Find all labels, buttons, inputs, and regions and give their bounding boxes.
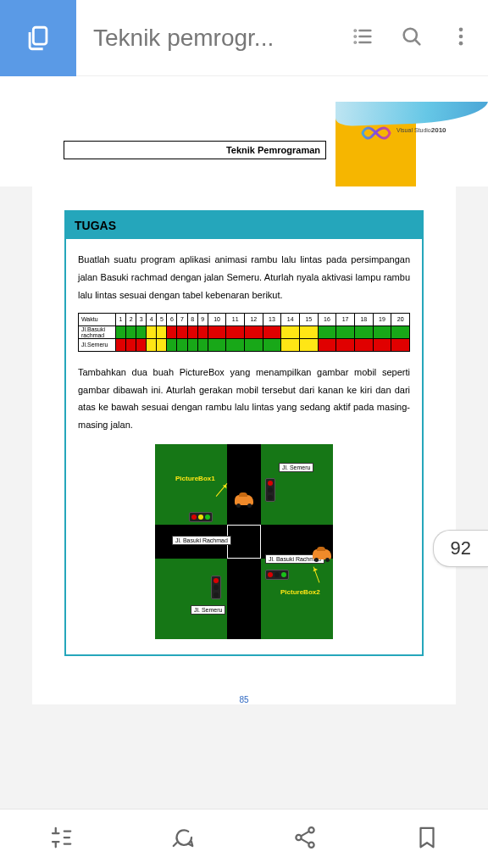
task-box: TUGAS Buatlah suatu program aplikasi ani… <box>64 210 424 656</box>
label-street-left: Jl. Basuki Rachmad <box>172 536 231 545</box>
content-area[interactable]: Visual Studio2010 Teknik Pemrograman TUG… <box>0 76 488 809</box>
bookmark-icon[interactable] <box>414 825 440 854</box>
appbar-actions <box>351 25 488 52</box>
svg-line-15 <box>301 831 309 836</box>
documents-icon <box>24 24 53 53</box>
svg-point-10 <box>459 34 463 38</box>
vs-label: Visual Studio2010 <box>396 127 446 134</box>
svg-point-11 <box>459 41 463 45</box>
app-bar: Teknik pemrogr... <box>0 0 488 76</box>
svg-point-5 <box>355 36 356 36</box>
task-heading: TUGAS <box>66 212 422 239</box>
svg-point-13 <box>296 834 301 839</box>
svg-line-8 <box>415 39 420 44</box>
svg-point-14 <box>308 842 313 847</box>
label-street-top: Jl. Semeru <box>279 463 313 472</box>
more-icon[interactable] <box>449 25 473 52</box>
menu-button[interactable] <box>0 0 76 76</box>
task-paragraph-2: Tambahkan dua buah PictureBox yang menam… <box>78 364 410 435</box>
label-street-bottom: Jl. Semeru <box>191 605 225 615</box>
share-icon[interactable] <box>292 825 318 854</box>
comment-icon[interactable] <box>170 825 196 854</box>
task-paragraph-1: Buatlah suatu program aplikasi animasi r… <box>78 251 410 304</box>
label-picturebox2: PictureBox2 <box>280 588 320 596</box>
app-title: Teknik pemrogr... <box>76 25 351 52</box>
svg-rect-0 <box>33 27 47 44</box>
search-icon[interactable] <box>400 25 424 52</box>
vs-logo: Visual Studio2010 <box>336 102 488 161</box>
page-indicator[interactable]: 92 <box>433 530 488 567</box>
document-header-band: Visual Studio2010 Teknik Pemrograman <box>0 102 488 186</box>
svg-point-9 <box>459 27 463 31</box>
bottom-bar <box>0 809 488 868</box>
document-page: TUGAS Buatlah suatu program aplikasi ani… <box>32 186 456 704</box>
intersection-diagram: Jl. Semeru Jl. Basuki Rachmad Jl. Basuki… <box>155 444 333 639</box>
header-title-box: Teknik Pemrograman <box>64 141 326 159</box>
toc-icon[interactable] <box>351 25 374 52</box>
svg-point-4 <box>355 30 356 31</box>
label-picturebox1: PictureBox1 <box>175 475 215 482</box>
truth-table: Waktu1234567891011121314151617181920 Jl.… <box>78 313 410 352</box>
reflow-icon[interactable] <box>48 825 74 854</box>
svg-line-16 <box>301 838 309 843</box>
inner-page-number: 85 <box>32 695 456 704</box>
svg-point-6 <box>355 42 356 42</box>
svg-point-12 <box>308 827 313 832</box>
